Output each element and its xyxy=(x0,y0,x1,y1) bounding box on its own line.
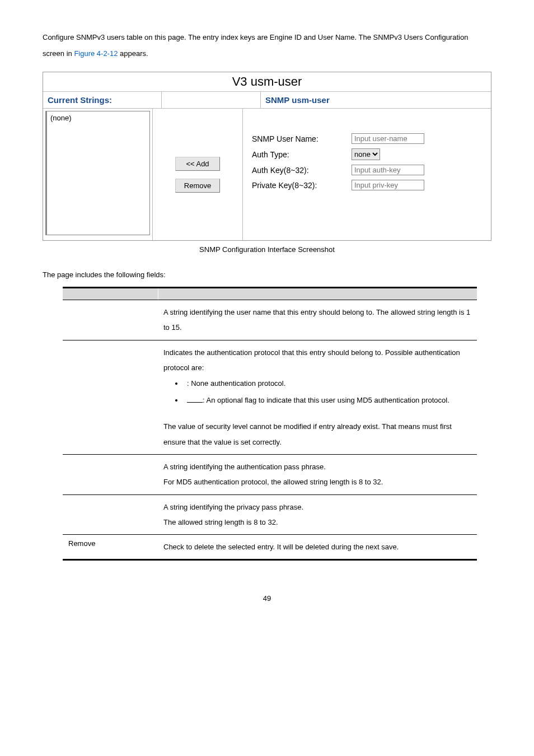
add-button[interactable]: << Add xyxy=(175,157,220,171)
remove-button[interactable]: Remove xyxy=(175,179,220,193)
table-header-row xyxy=(63,288,477,300)
object-cell xyxy=(63,300,158,340)
intro-text-2: appears. xyxy=(120,49,148,58)
desc-cell: Indicates the authentication protocol th… xyxy=(158,340,477,454)
snmp-config-panel: V3 usm-user Current Strings: SNMP usm-us… xyxy=(43,72,491,241)
authtype-select[interactable]: none xyxy=(352,148,380,160)
desc-cell: A string identifying the user name that … xyxy=(158,300,477,340)
privkey-input[interactable] xyxy=(352,180,424,190)
authkey-label: Auth Key(8~32): xyxy=(252,166,352,175)
object-cell xyxy=(63,494,158,535)
figure-reference-link[interactable]: Figure 4-2-12 xyxy=(74,49,118,58)
table-row: A string identifying the authentication … xyxy=(63,454,477,494)
desc-line-1: Check to delete the selected entry. It w… xyxy=(163,539,471,554)
desc-cell: Check to delete the selected entry. It w… xyxy=(158,535,477,560)
header-desc-col xyxy=(161,288,477,300)
panel-title: V3 usm-user xyxy=(43,72,491,92)
table-row: A string identifying the privacy pass ph… xyxy=(63,494,477,535)
table-row: Indicates the authentication protocol th… xyxy=(63,340,477,454)
authtype-label: Auth Type: xyxy=(252,150,352,159)
desc-line-1: A string identifying the authentication … xyxy=(163,459,471,474)
current-strings-header: Current Strings: xyxy=(43,92,162,108)
blank-underline xyxy=(187,402,203,403)
bullet-md5-text: : An optional flag to indicate that this… xyxy=(203,396,449,404)
desc-line-2: For MD5 authentication protocol, the all… xyxy=(163,474,471,489)
table-row: Remove Check to delete the selected entr… xyxy=(63,535,477,560)
object-cell xyxy=(63,454,158,494)
desc-text: A string identifying the user name that … xyxy=(163,308,470,332)
desc-intro: Indicates the authentication protocol th… xyxy=(163,345,471,376)
current-strings-list[interactable]: (none) xyxy=(45,111,150,235)
table-row: A string identifying the user name that … xyxy=(63,300,477,340)
snmp-usm-user-header: SNMP usm-user xyxy=(261,92,491,108)
fields-description-table: A string identifying the user name that … xyxy=(63,287,477,561)
page-number: 49 xyxy=(43,594,491,603)
panel-caption: SNMP Configuration Interface Screenshot xyxy=(43,245,491,254)
desc-cell: A string identifying the authentication … xyxy=(158,454,477,494)
username-label: SNMP User Name: xyxy=(252,134,352,143)
intro-paragraph: Configure SNMPv3 users table on this pag… xyxy=(43,30,491,62)
fields-intro: The page includes the following fields: xyxy=(43,270,491,279)
object-cell-remove: Remove xyxy=(63,535,158,560)
bullet-none-text: : None authentication protocol. xyxy=(187,379,285,388)
username-input[interactable] xyxy=(352,133,424,144)
list-item-none[interactable]: (none) xyxy=(50,114,72,122)
authkey-input[interactable] xyxy=(352,165,424,175)
header-mid-spacer xyxy=(162,92,261,108)
privkey-label: Private Key(8~32): xyxy=(252,181,352,190)
header-object-col xyxy=(63,288,158,300)
desc-outro: The value of security level cannot be mo… xyxy=(163,419,471,450)
desc-line-1: A string identifying the privacy pass ph… xyxy=(163,500,471,515)
object-cell xyxy=(63,340,158,454)
desc-line-2: The allowed string length is 8 to 32. xyxy=(163,515,471,530)
desc-cell: A string identifying the privacy pass ph… xyxy=(158,494,477,535)
bullet-none: : None authentication protocol. xyxy=(184,375,471,392)
bullet-md5: : An optional flag to indicate that this… xyxy=(184,392,471,409)
